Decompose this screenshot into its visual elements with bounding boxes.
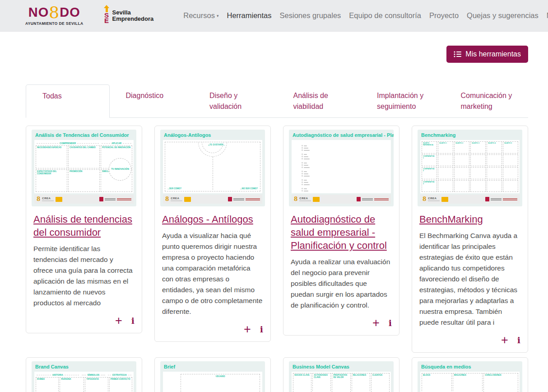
my-tools-button[interactable]: Mis herramientas xyxy=(446,46,528,63)
thumbnail-footer: 8CREA xyxy=(163,195,262,204)
thumbnail-title: Análogos-Antílogos xyxy=(160,130,265,138)
nav-item-sesiones-grupales[interactable]: Sesiones grupales xyxy=(280,11,341,20)
tab-diagnóstico[interactable]: Diagnóstico xyxy=(110,84,194,117)
canvas-box: ACTIVIDADES CLAVE xyxy=(312,373,331,392)
tab-implantación-y-seguimiento[interactable]: Implantación y seguimiento xyxy=(361,84,445,117)
crea-logo: 8CREA xyxy=(165,196,191,202)
thumbnail-title: Análisis de Tendencias del Consumidor xyxy=(32,130,136,138)
sevilla-emprendedora-wordmark: Sevilla Emprendedora xyxy=(112,9,154,22)
nav-item-proyecto[interactable]: Proyecto xyxy=(429,11,459,20)
add-tool-button[interactable]: + xyxy=(501,335,508,345)
canvas-preview: BLOGSPERIÓDICOSMAGAZINESPUBLICIDAD / TVC… xyxy=(420,372,520,392)
tool-thumbnail[interactable]: Autodiagnóstico de salud empresarial - P… xyxy=(289,130,394,206)
innovation-circle: TU INNOVACIÓN xyxy=(109,158,131,181)
info-icon[interactable]: i xyxy=(389,318,392,328)
tab-análisis-de-viabilidad[interactable]: Análisis de viabilidad xyxy=(277,84,361,117)
nosdo-logo[interactable]: NO8DO AYUNTAMIENTO DE SEVILLA xyxy=(25,5,84,26)
sevilla-emprendedora-logo[interactable]: SE Sevilla Emprendedora xyxy=(103,8,154,23)
tool-card-actions: +i xyxy=(33,315,135,326)
tool-card: Business Model CanvasSOCIOS CLAVEACTIVID… xyxy=(283,357,399,392)
crea-logo: 8CREA xyxy=(423,196,448,202)
canvas-box: RUMBO xyxy=(36,377,59,392)
canvas-box xyxy=(487,167,502,179)
canvas-box xyxy=(454,180,469,192)
tool-card-actions: +i xyxy=(291,317,392,328)
add-tool-button[interactable]: + xyxy=(372,318,380,328)
toolbar-row: Mis herramientas xyxy=(26,32,528,63)
sevilla-emprendedora-footer-mark xyxy=(485,197,517,201)
canvas-box xyxy=(438,154,453,167)
canvas-box: COMPARATIVA 1 xyxy=(422,154,437,167)
list-icon xyxy=(454,51,461,57)
tool-title-link[interactable]: Análisis de tendencias del consumidor xyxy=(33,214,132,238)
add-tool-button[interactable]: + xyxy=(244,324,251,334)
crea-logo: 8CREA xyxy=(37,196,62,202)
canvas-box xyxy=(470,154,486,167)
canvas-box: SUJETO 3 xyxy=(470,141,486,154)
canvas-box: PRIMER CONTACTO xyxy=(109,377,132,392)
tab-comunicación-y-marketing[interactable]: Comunicación y marketing xyxy=(445,84,529,117)
junta-logo-icon xyxy=(184,197,191,202)
canvas-box: SUJETO 5 xyxy=(503,141,518,154)
tool-thumbnail[interactable]: Análisis de Tendencias del ConsumidorCOM… xyxy=(32,130,136,206)
canvas-box: CLIENTES xyxy=(371,373,390,392)
tool-description: Ayuda a realizar una evaluación del nego… xyxy=(291,257,392,311)
sevilla-emprendedora-icon: SE xyxy=(103,8,110,23)
canvas-box xyxy=(503,154,518,167)
tab-diseño-y-validación[interactable]: Diseño y validación xyxy=(193,84,277,117)
tool-title-link[interactable]: BenchMarking xyxy=(419,214,483,225)
up-arrow-icon xyxy=(106,8,108,12)
nav-item-herramientas[interactable]: Herramientas xyxy=(227,11,272,20)
junta-logo-icon xyxy=(313,197,320,202)
tool-card: BriefUSUARIOSOLUCIÓN8CREA xyxy=(154,357,271,392)
canvas-box: MAGAZINES xyxy=(453,373,483,392)
tool-thumbnail[interactable]: Análogos-Antílogos¿TE GUSTARÍA......SER … xyxy=(160,130,265,206)
junta-logo-icon xyxy=(56,197,62,202)
sevilla-emprendedora-footer-mark xyxy=(99,197,131,201)
tool-description: El Bechmarking Canva ayuda a identificar… xyxy=(419,230,520,328)
canvas-box xyxy=(503,167,518,179)
nav-item-quejas-y-sugerencias[interactable]: Quejas y sugerencias xyxy=(467,11,539,20)
nosdo-madeja-icon: 8 xyxy=(49,3,60,22)
main-content: Mis herramientas TodasDiagnósticoDiseño … xyxy=(0,32,548,392)
canvas-preview: SOCIOS CLAVEACTIVIDADES CLAVERECURSOS CL… xyxy=(292,372,391,392)
tool-thumbnail[interactable]: Brand CanvasHISTORIASÍMBOLOSESTRATEGIARU… xyxy=(32,361,136,392)
canvas-box: SUJETO 1 xyxy=(438,141,453,154)
canvas-box: COMPARATIVA 3 xyxy=(422,180,437,192)
info-icon[interactable]: i xyxy=(131,316,135,326)
tool-card: Brand CanvasHISTORIASÍMBOLOSESTRATEGIARU… xyxy=(26,357,142,392)
tool-card: Búsqueda en mediosBLOGSPERIÓDICOSMAGAZIN… xyxy=(412,357,528,392)
nav-item-equipo-de-consultoría[interactable]: Equipo de consultoría xyxy=(349,11,421,20)
tool-title-link[interactable]: Análogos - Antílogos xyxy=(162,214,253,225)
tool-title-link[interactable]: Autodiagnóstico de salud empresarial - P… xyxy=(291,214,387,251)
add-tool-button[interactable]: + xyxy=(115,316,122,326)
tab-todas[interactable]: Todas xyxy=(26,84,110,118)
tool-thumbnail[interactable]: BenchmarkingSUJETO REFERENCIASUJETO 1SUJ… xyxy=(418,130,522,206)
canvas-preview: COMPRENDERAPLICARNECESIDADES BÁSICASCAUS… xyxy=(34,140,134,193)
tool-card-body: Análisis de tendencias del consumidorPer… xyxy=(26,206,142,333)
canvas-box: COMPARATIVA 2 xyxy=(422,167,437,179)
canvas-box xyxy=(487,180,502,192)
page: NO8DO AYUNTAMIENTO DE SEVILLA SE Sevilla… xyxy=(0,0,548,392)
tool-thumbnail[interactable]: Búsqueda en mediosBLOGSPERIÓDICOSMAGAZIN… xyxy=(418,361,522,392)
tool-card: BenchmarkingSUJETO REFERENCIASUJETO 1SUJ… xyxy=(412,126,528,353)
info-icon[interactable]: i xyxy=(517,335,520,345)
tool-thumbnail[interactable]: BriefUSUARIOSOLUCIÓN8CREA xyxy=(160,361,265,392)
thumbnail-footer: 8CREA xyxy=(420,195,520,204)
canvas-preview: SUJETO REFERENCIASUJETO 1SUJETO 2SUJETO … xyxy=(420,140,520,193)
tool-card-body: BenchMarkingEl Bechmarking Canva ayuda a… xyxy=(412,206,528,352)
sevilla-emprendedora-footer-mark xyxy=(228,197,260,201)
canvas-box xyxy=(438,167,453,179)
tool-card-body: Autodiagnóstico de salud empresarial - P… xyxy=(283,206,399,335)
tools-grid: Análisis de Tendencias del ConsumidorCOM… xyxy=(26,126,528,392)
tool-description: Permite identificar las tendencias del m… xyxy=(33,243,135,308)
questionnaire-preview xyxy=(293,141,390,192)
canvas-box xyxy=(487,154,502,167)
canvas-box: CAUSANTES DEL CAMBIO xyxy=(68,145,100,168)
sevilla-emprendedora-footer-mark xyxy=(357,197,389,201)
canvas-box xyxy=(438,180,453,192)
tool-thumbnail[interactable]: Business Model CanvasSOCIOS CLAVEACTIVID… xyxy=(289,361,394,392)
sevilla-emprendedora-mini-icon xyxy=(228,197,232,201)
nav-item-recursos[interactable]: Recursos▾ xyxy=(183,11,218,20)
info-icon[interactable]: i xyxy=(260,324,263,334)
